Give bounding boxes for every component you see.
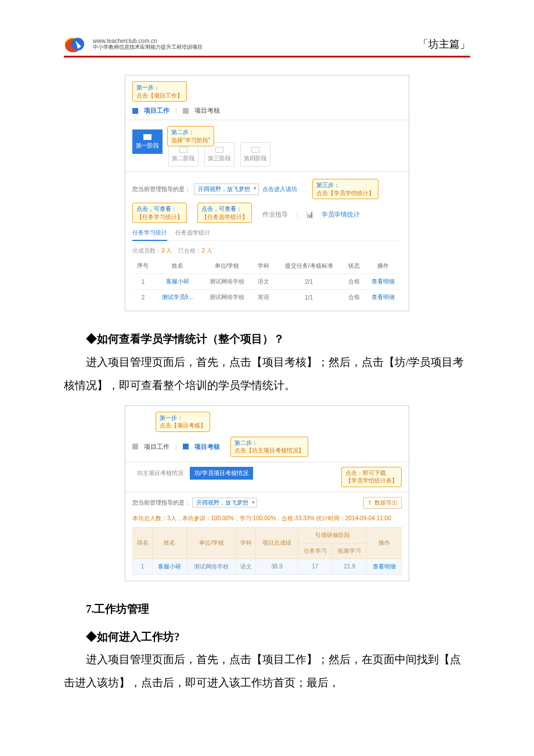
enter-workshop-link[interactable]: 点击进入该坊: [262, 185, 297, 193]
callout-step2-line1: 第二步：: [171, 129, 194, 135]
tab-assess-icon: [183, 444, 189, 449]
subtab-workshop-owner[interactable]: 坊主项目考核情况: [132, 467, 188, 480]
subtab-task-select[interactable]: 任务选学统计: [175, 229, 210, 237]
callout2-step1: 第一步： 点击【项目考核】: [156, 412, 210, 432]
callout-task-study: 点击，可查看： 【任务学习统计】: [132, 203, 187, 223]
stat-tab-student[interactable]: 学员学情统计: [322, 211, 360, 219]
stat-tab-student-icon: 📊: [306, 211, 313, 219]
header-right: 「坊主篇」: [418, 37, 470, 51]
logo-block: www.teacherclub.com.cn 中小学教师信息技术应用能力提升工程…: [64, 35, 203, 53]
tab-assess-icon: [183, 108, 189, 114]
logo-icon: [64, 35, 89, 53]
callout2-step2: 第二步： 点击【坊主项目考核情况】: [230, 437, 308, 457]
callout-step1: 第一步： 点击【项目工作】: [132, 81, 187, 102]
callout-step2-line2: 选择"学习阶段": [171, 137, 210, 143]
section-heading-stat: ◆如何查看学员学情统计（整个项目）？: [64, 327, 470, 351]
callout-step1-line2: 点击【项目工作】: [136, 92, 183, 99]
export-button[interactable]: ⇪ 数据导出: [363, 497, 402, 509]
student-table: 序号 姓名 单位/学校 学科 提交任务/考核标准 状态 操作 1 客服小研 测试…: [132, 258, 402, 305]
member-counts: 坊成员数：3 人 已合格：2 人: [132, 247, 402, 255]
view-detail-link[interactable]: 查看明细: [365, 274, 402, 290]
page-header: www.teacherclub.com.cn 中小学教师信息技术应用能力提升工程…: [64, 35, 470, 57]
screenshot-1: 第一步： 点击【项目工作】 项目工作 | 项目考核 第一阶段 第二步： 选择"学…: [125, 75, 409, 311]
stage-1[interactable]: 第一阶段: [132, 129, 163, 154]
view-detail-link[interactable]: 查看明细: [367, 559, 402, 574]
callout-download: 点击：即可下载 【学员学情统计表】: [341, 467, 402, 487]
table-row: 2 测试学员9... 测试网络学校 英语 1/1 合格 查看明细: [132, 290, 402, 305]
callout-step3-line2: 点击【学员学情统计】: [316, 190, 374, 196]
subtab-student-assess[interactable]: 坊/学员项目考核情况: [190, 467, 253, 480]
mgmt-label: 您当前管理指导的是：: [132, 185, 190, 193]
tab-work-icon: [132, 108, 138, 114]
stage-4[interactable]: 第四阶段: [240, 142, 270, 167]
export-icon: ⇪: [367, 499, 372, 506]
section-body-stat: 进入项目管理页面后，首先，点击【项目考核】；然后，点击【坊/学员项目考核情况】，…: [64, 351, 470, 397]
stat-tab-homework[interactable]: 作业指导: [262, 211, 288, 219]
tab-project-work[interactable]: 项目工作: [144, 106, 169, 115]
section-heading-enter: ◆如何进入工作坊?: [64, 625, 470, 649]
header-url: www.teacherclub.com.cn: [93, 38, 203, 44]
assess-table: 排名 姓名 单位/学校 学科 项目总成绩 引领研修阶段 操作 任务学习 拓展学习…: [132, 527, 402, 575]
mgmt-label: 您当前管理指导的是：: [132, 499, 190, 506]
tab-project-assess[interactable]: 项目考核: [194, 106, 220, 115]
summary-line: 本坊总人数：3人，本坊参训：100.00%，学习:100.00%，合格:33.3…: [132, 514, 402, 523]
section-7-title: 7.工作坊管理: [64, 597, 470, 621]
tab-project-work[interactable]: 项目工作: [144, 442, 169, 451]
header-subtitle: 中小学教师信息技术应用能力提升工程培训项目: [93, 44, 203, 51]
workshop-dropdown[interactable]: 开阔视野，放飞梦想: [194, 183, 259, 195]
callout-step1-line1: 第一步：: [136, 84, 160, 91]
callout-task-select: 点击，可查看： 【任务选学统计】: [197, 203, 252, 223]
subtab-task-study[interactable]: 任务学习统计: [132, 229, 167, 241]
workshop-dropdown[interactable]: 开阔视野，放飞梦想: [192, 498, 257, 507]
table-row: 1 客服小研 测试网络学校 语文 2/1 合格 查看明细: [132, 274, 402, 290]
callout-step2: 第二步： 选择"学习阶段": [167, 126, 214, 146]
tab-work-icon: [132, 444, 138, 449]
callout-step3: 第三步： 点击【学员学情统计】: [312, 179, 378, 199]
section-body-enter: 进入项目管理页面后，首先，点击【项目工作】；然后，在页面中间找到【点击进入该坊】…: [64, 648, 470, 694]
screenshot-2: 第一步： 点击【项目考核】 项目工作 | 项目考核 第二步： 点击【坊主项目考核…: [125, 405, 409, 581]
table-row: 1 客服小研 测试网络学校 语文 38.9 17 21.9 查看明细: [133, 559, 402, 574]
view-detail-link[interactable]: 查看明细: [365, 290, 402, 305]
callout-step3-line1: 第三步：: [316, 182, 340, 188]
tab-project-assess[interactable]: 项目考核: [194, 442, 220, 451]
